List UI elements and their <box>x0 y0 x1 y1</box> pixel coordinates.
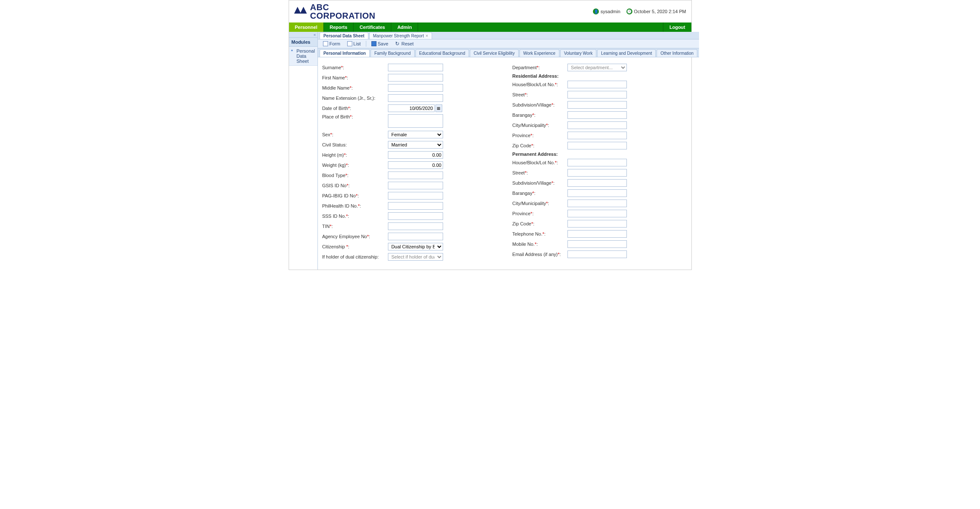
pagibig-label: PAG-IBIG ID No*: <box>322 193 388 198</box>
dual-citizenship-select[interactable]: Select if holder of dual citizenshi <box>388 253 443 261</box>
height-input[interactable] <box>388 151 443 159</box>
res-barangay-input[interactable] <box>567 111 627 119</box>
toolbar-reset[interactable]: ↻Reset <box>393 41 416 47</box>
toolbar-form-label: Form <box>329 41 340 46</box>
tin-input[interactable] <box>388 222 443 230</box>
sidebar-header: Modules <box>289 38 317 47</box>
pagibig-input[interactable] <box>388 192 443 200</box>
toolbar-list[interactable]: List <box>345 41 362 47</box>
clock-icon: 🕑 <box>626 8 632 14</box>
doc-tab-label: Personal Data Sheet <box>323 34 365 38</box>
nav-admin[interactable]: Admin <box>391 22 418 32</box>
dob-label: Date of Birth*: <box>322 106 388 111</box>
email-input[interactable] <box>567 250 627 258</box>
weight-input[interactable] <box>388 161 443 169</box>
res-street-label: Street*: <box>512 92 567 97</box>
telephone-input[interactable] <box>567 230 627 238</box>
nav-certificates[interactable]: Certificates <box>354 22 391 32</box>
perm-subdiv-input[interactable] <box>567 179 627 187</box>
pob-label: Place of Birth*: <box>322 114 388 119</box>
agency-emp-input[interactable] <box>388 233 443 240</box>
sex-select[interactable]: Female <box>388 131 443 138</box>
doc-tabs: Personal Data Sheet Manpower Strength Re… <box>318 32 699 39</box>
res-street-input[interactable] <box>567 91 627 98</box>
toolbar-list-label: List <box>354 41 361 46</box>
nav-logout[interactable]: Logout <box>663 22 691 32</box>
res-zip-input[interactable] <box>567 142 627 149</box>
main-panel: Personal Data Sheet Manpower Strength Re… <box>318 32 699 270</box>
citizenship-select[interactable]: Dual Citizenship by Birth <box>388 243 443 250</box>
app-window: ABC CORPORATION 👤 sysadmin 🕑 October 5, … <box>289 0 692 270</box>
res-subdiv-input[interactable] <box>567 101 627 109</box>
tin-label: TIN*: <box>322 224 388 229</box>
close-icon[interactable]: × <box>426 34 428 38</box>
doc-tab-manpower[interactable]: Manpower Strength Report × <box>369 32 432 39</box>
res-city-label: City/Municipality*: <box>512 123 567 128</box>
mobile-input[interactable] <box>567 240 627 248</box>
perm-house-input[interactable] <box>567 159 627 166</box>
tab-learning[interactable]: Learning and Development <box>597 49 656 57</box>
main-nav: Personnel Reports Certificates Admin Log… <box>289 22 691 32</box>
form-icon <box>323 41 328 46</box>
company-name: ABC CORPORATION <box>310 3 376 20</box>
sss-input[interactable] <box>388 212 443 220</box>
perm-city-input[interactable] <box>567 200 627 207</box>
gsis-input[interactable] <box>388 182 443 189</box>
form-area: Surname*: First Name*: Middle Name*: Nam… <box>318 57 699 269</box>
tab-family[interactable]: Family Background <box>371 49 415 57</box>
pob-input[interactable] <box>388 114 443 128</box>
nav-personnel[interactable]: Personnel <box>289 22 324 32</box>
philhealth-input[interactable] <box>388 202 443 210</box>
dob-input[interactable] <box>388 104 435 112</box>
sidebar-item-pds[interactable]: Personal Data Sheet <box>289 47 317 66</box>
perm-zip-input[interactable] <box>567 220 627 228</box>
user-icon: 👤 <box>593 8 599 14</box>
first-name-input[interactable] <box>388 74 443 82</box>
username-label: sysadmin <box>601 9 620 14</box>
email-label: Email Address (if any)*: <box>512 252 567 257</box>
tab-work-exp[interactable]: Work Experience <box>519 49 559 57</box>
toolbar-save[interactable]: Save <box>370 41 390 47</box>
perm-street-input[interactable] <box>567 169 627 177</box>
perm-subdiv-label: Subdivision/Village*: <box>512 180 567 186</box>
nav-spacer <box>418 22 663 32</box>
tab-civil-service[interactable]: Civil Service Eligibility <box>470 49 519 57</box>
sidebar-collapse[interactable]: « <box>289 32 317 38</box>
svg-marker-1 <box>300 7 307 14</box>
civil-status-label: Civil Status: <box>322 142 388 147</box>
doc-tab-pds[interactable]: Personal Data Sheet <box>320 32 368 39</box>
nav-reports[interactable]: Reports <box>324 22 354 32</box>
toolbar-form[interactable]: Form <box>321 41 342 47</box>
tab-education[interactable]: Educational Background <box>416 49 469 57</box>
res-subdiv-label: Subdivision/Village*: <box>512 102 567 107</box>
perm-province-input[interactable] <box>567 210 627 217</box>
res-house-label: House/Block/Lot No.*: <box>512 82 567 87</box>
department-label: Department*: <box>512 65 567 70</box>
civil-status-select[interactable]: Married <box>388 141 443 149</box>
permanent-address-heading: Permanent Address: <box>512 152 695 157</box>
res-house-input[interactable] <box>567 81 627 88</box>
res-province-input[interactable] <box>567 132 627 139</box>
middle-name-label: Middle Name*: <box>322 85 388 90</box>
calendar-icon[interactable]: ▦ <box>435 104 442 112</box>
res-barangay-label: Barangay*: <box>512 112 567 118</box>
res-city-input[interactable] <box>567 121 627 129</box>
gsis-label: GSIS ID No*: <box>322 183 388 188</box>
tab-personal-info[interactable]: Personal Information <box>320 49 370 57</box>
department-select[interactable]: Select department... <box>567 64 627 71</box>
sex-label: Sex*: <box>322 132 388 137</box>
tab-other[interactable]: Other Information <box>657 49 697 57</box>
surname-label: Surname*: <box>322 65 388 70</box>
surname-input[interactable] <box>388 64 443 71</box>
body: « Modules Personal Data Sheet Personal D… <box>289 32 691 270</box>
blood-type-input[interactable] <box>388 172 443 179</box>
form-column-right: Department*:Select department... Residen… <box>512 63 695 263</box>
user-indicator[interactable]: 👤 sysadmin <box>593 8 620 14</box>
tab-voluntary[interactable]: Voluntary Work <box>560 49 597 57</box>
res-zip-label: Zip Code*: <box>512 143 567 148</box>
middle-name-input[interactable] <box>388 84 443 92</box>
perm-barangay-input[interactable] <box>567 189 627 197</box>
name-ext-input[interactable] <box>388 94 443 102</box>
svg-marker-0 <box>294 7 301 14</box>
doc-tab-label: Manpower Strength Report <box>373 34 424 38</box>
